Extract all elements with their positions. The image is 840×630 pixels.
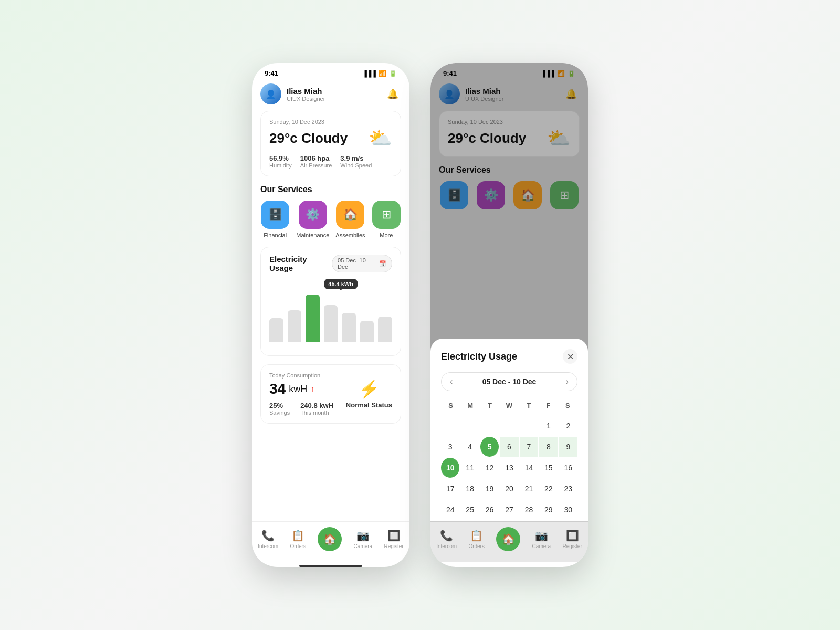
cal-day-22[interactable]: 22 — [539, 479, 558, 499]
cal-day-7[interactable]: 7 — [520, 437, 538, 457]
register-icon: 🔲 — [387, 529, 401, 542]
service-financial[interactable]: 🗄️ Financial — [260, 201, 290, 238]
calendar: S M T W T F S 1 2 — [441, 400, 578, 520]
bar-7 — [378, 317, 392, 342]
home-icon: 🏠 — [323, 533, 337, 545]
prev-month-arrow[interactable]: ‹ — [450, 377, 453, 386]
cal-day-5[interactable]: 5 — [480, 437, 499, 457]
nav-orders-left[interactable]: 📋 Orders — [290, 529, 306, 549]
nav-orders-right[interactable]: 📋 Orders — [468, 529, 485, 549]
cal-day-8[interactable]: 8 — [539, 437, 558, 457]
cal-day-18[interactable]: 18 — [460, 479, 479, 499]
orders-icon-r: 📋 — [470, 529, 483, 542]
cal-day-1[interactable]: 1 — [539, 416, 558, 436]
user-info-left: 👤 Ilias Miah UIUX Designer — [260, 83, 325, 104]
day-m: M — [460, 400, 480, 412]
nav-camera-left[interactable]: 📷 Camera — [354, 529, 373, 549]
wind-stat: 3.9 m/s Wind Speed — [340, 154, 372, 169]
right-phone: 9:41 ▐▐▐ 📶 🔋 👤 Ilias Miah UIUX Designer … — [430, 63, 588, 567]
cal-day-26[interactable]: 26 — [480, 500, 499, 520]
bell-icon-left[interactable]: 🔔 — [384, 86, 401, 102]
home-indicator-left — [299, 565, 362, 567]
status-section: ⚡ Normal Status — [346, 379, 392, 409]
cal-day-2[interactable]: 2 — [559, 416, 578, 436]
close-button[interactable]: ✕ — [563, 349, 578, 364]
orders-icon: 📋 — [291, 529, 304, 542]
user-role-left: UIUX Designer — [287, 96, 325, 102]
nav-intercom-right[interactable]: 📞 Intercom — [436, 529, 457, 549]
header-left: 👤 Ilias Miah UIUX Designer 🔔 — [260, 79, 401, 111]
weather-stats-left: 56.9% Humidity 1006 hpa Air Pressure 3.9… — [269, 154, 392, 169]
service-maintenance[interactable]: ⚙️ Maintenance — [296, 201, 329, 238]
next-month-arrow[interactable]: › — [566, 377, 569, 386]
weather-icon-left: ⛅ — [369, 127, 392, 149]
nav-register-right[interactable]: 🔲 Register — [563, 529, 582, 549]
home-active-bg-r: 🏠 — [496, 527, 520, 551]
humidity-stat: 56.9% Humidity — [269, 154, 292, 169]
pressure-stat: 1006 hpa Air Pressure — [300, 154, 332, 169]
wifi-icon: 📶 — [379, 70, 386, 77]
savings-stat: 25% Savings — [269, 402, 290, 416]
service-more[interactable]: ⊞ More — [372, 201, 401, 238]
normal-status: Normal Status — [346, 401, 392, 409]
cal-day-25[interactable]: 25 — [460, 500, 479, 520]
cal-day-6[interactable]: 6 — [500, 437, 518, 457]
modal-overlay[interactable]: Electricity Usage ✕ ‹ 05 Dec - 10 Dec › … — [430, 63, 588, 567]
cal-empty-5 — [520, 416, 538, 436]
time-left: 9:41 — [265, 69, 278, 77]
cal-day-16[interactable]: 16 — [559, 458, 578, 478]
status-bar-left: 9:41 ▐▐▐ 📶 🔋 — [252, 63, 410, 79]
day-s1: S — [441, 400, 460, 412]
bar-chart: 45.4 kWh — [269, 279, 392, 342]
bottom-nav-left: 📞 Intercom 📋 Orders 🏠 📷 Camera 🔲 Registe… — [252, 521, 410, 562]
cal-day-30[interactable]: 30 — [559, 500, 578, 520]
cal-day-11[interactable]: 11 — [460, 458, 479, 478]
cal-day-13[interactable]: 13 — [500, 458, 518, 478]
arrow-up-icon: ↑ — [310, 384, 314, 394]
cal-empty-2 — [460, 416, 479, 436]
date-picker-btn[interactable]: 05 Dec -10 Dec 📅 — [332, 255, 392, 272]
calendar-icon: 📅 — [379, 260, 386, 267]
nav-register-left[interactable]: 🔲 Register — [384, 529, 404, 549]
cal-day-19[interactable]: 19 — [480, 479, 499, 499]
cal-day-21[interactable]: 21 — [520, 479, 538, 499]
cal-day-27[interactable]: 27 — [500, 500, 518, 520]
cal-day-15[interactable]: 15 — [539, 458, 558, 478]
consumption-stats: 25% Savings 240.8 kwH This month — [269, 402, 346, 416]
cal-day-3[interactable]: 3 — [441, 437, 459, 457]
cal-day-24[interactable]: 24 — [441, 500, 459, 520]
month-stat: 240.8 kwH This month — [300, 402, 333, 416]
services-grid-left: 🗄️ Financial ⚙️ Maintenance 🏠 Assemblies… — [260, 201, 401, 238]
calendar-header: S M T W T F S — [441, 400, 578, 412]
cal-day-10[interactable]: 10 — [441, 458, 459, 478]
bar-3-active — [306, 295, 320, 342]
day-s2: S — [558, 400, 578, 412]
intercom-icon-r: 📞 — [440, 529, 453, 542]
bar-6 — [360, 321, 374, 342]
modal-title: Electricity Usage — [441, 351, 517, 362]
cal-day-20[interactable]: 20 — [500, 479, 518, 499]
bar-2 — [288, 310, 302, 342]
user-name-left: Ilias Miah — [287, 87, 325, 96]
cal-day-4[interactable]: 4 — [460, 437, 479, 457]
cal-day-28[interactable]: 28 — [520, 500, 538, 520]
cal-day-23[interactable]: 23 — [559, 479, 578, 499]
nav-home-right[interactable]: 🏠 — [496, 527, 520, 551]
cal-day-12[interactable]: 12 — [480, 458, 499, 478]
nav-camera-right[interactable]: 📷 Camera — [532, 529, 551, 549]
cal-day-9[interactable]: 9 — [559, 437, 578, 457]
nav-intercom-left[interactable]: 📞 Intercom — [258, 529, 278, 549]
weather-card-left: Sunday, 10 Dec 2023 29°c Cloudy ⛅ 56.9% … — [260, 111, 401, 176]
nav-home-left[interactable]: 🏠 — [318, 527, 342, 551]
more-label: More — [380, 232, 393, 238]
cal-day-17[interactable]: 17 — [441, 479, 459, 499]
cal-day-29[interactable]: 29 — [539, 500, 558, 520]
user-text-left: Ilias Miah UIUX Designer — [287, 87, 325, 102]
assemblies-label: Assemblies — [335, 232, 365, 238]
bar-4 — [324, 305, 338, 342]
service-assemblies[interactable]: 🏠 Assemblies — [335, 201, 365, 238]
home-active-bg: 🏠 — [318, 527, 342, 551]
day-f: F — [539, 400, 558, 412]
status-icons-left: ▐▐▐ 📶 🔋 — [362, 70, 397, 77]
cal-day-14[interactable]: 14 — [520, 458, 538, 478]
